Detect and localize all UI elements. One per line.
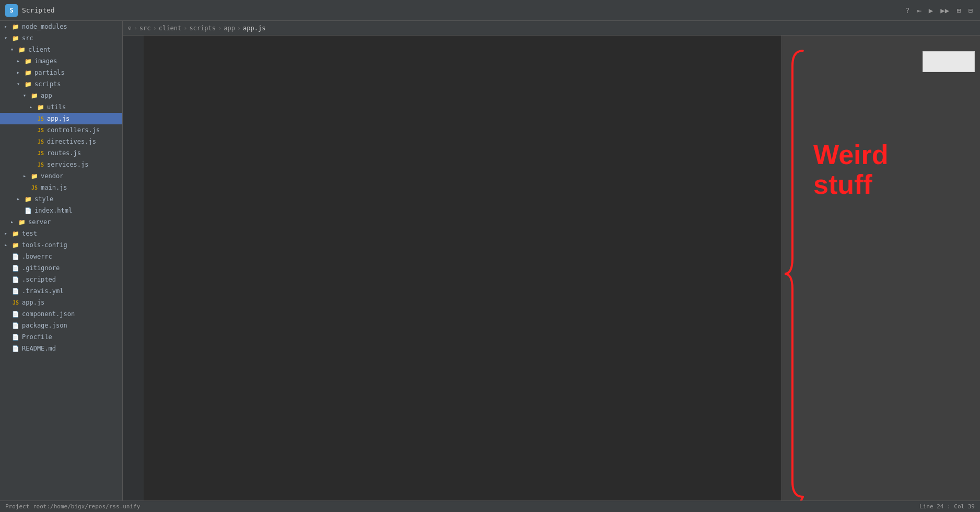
nav-back-icon[interactable]: ⇤ [915, 5, 923, 16]
run-all-icon[interactable]: ▶▶ [938, 5, 951, 16]
folder-icon [37, 103, 45, 111]
file-tree-sidebar: node_modules src client images partials [0, 21, 123, 512]
breadcrumb-scripts[interactable]: scripts [189, 25, 216, 32]
tree-item-app-js[interactable]: JS app.js [0, 113, 122, 124]
leaf-icon [29, 150, 36, 156]
tree-item-utils[interactable]: utils [0, 101, 122, 113]
file-icon [11, 264, 20, 272]
leaf-icon [4, 253, 10, 260]
folder-icon [30, 91, 39, 100]
tree-item-test[interactable]: test [0, 228, 122, 239]
annotation-note-box [923, 51, 975, 72]
tree-item-style[interactable]: style [0, 193, 122, 205]
code-content[interactable] [144, 36, 781, 512]
js-file-icon: JS [37, 114, 45, 123]
leaf-icon [4, 276, 10, 283]
file-icon [11, 344, 20, 353]
folder-icon [24, 57, 32, 65]
code-editor[interactable] [123, 36, 781, 512]
tree-item-gitignore[interactable]: .gitignore [0, 262, 122, 274]
chevron-right-icon [23, 173, 29, 179]
tree-item-procfile[interactable]: Procfile [0, 331, 122, 343]
app-icon: S [5, 4, 18, 17]
breadcrumb-client[interactable]: client [159, 25, 181, 32]
tree-item-scripts[interactable]: scripts [0, 78, 122, 90]
leaf-icon [4, 311, 10, 317]
statusbar: Project root:/home/bigx/repos/rss-unify … [0, 501, 980, 512]
chevron-down-icon [17, 81, 23, 87]
folder-icon [18, 218, 26, 226]
breadcrumb-app[interactable]: app [224, 25, 235, 32]
chevron-right-icon [4, 230, 10, 237]
chevron-right-icon [29, 104, 36, 110]
js-file-icon: JS [37, 126, 45, 134]
leaf-icon [4, 334, 10, 340]
js-file-icon: JS [37, 149, 45, 157]
breadcrumb: ⊙ › src › client › scripts › app › app.j… [123, 21, 980, 36]
breadcrumb-src[interactable]: src [139, 25, 151, 32]
annotation-panel: Weird stuff [781, 36, 980, 512]
tree-item-component-json[interactable]: component.json [0, 308, 122, 320]
layout-icon[interactable]: ⊞ [954, 5, 963, 16]
tree-item-main-js[interactable]: JS main.js [0, 182, 122, 193]
annotation-drawing [782, 36, 980, 512]
folder-icon [24, 195, 32, 203]
chevron-right-icon [10, 219, 17, 225]
tree-item-scripted-config[interactable]: .scripted [0, 274, 122, 285]
tree-item-app-folder[interactable]: app [0, 90, 122, 101]
folder-icon [18, 45, 26, 54]
titlebar: S Scripted ? ⇤ ▶ ▶▶ ⊞ ⊟ [0, 0, 980, 21]
tree-item-partials[interactable]: partials [0, 67, 122, 78]
tree-item-index-html[interactable]: index.html [0, 205, 122, 216]
leaf-icon [23, 184, 29, 191]
leaf-icon [29, 138, 36, 145]
run-icon[interactable]: ▶ [927, 5, 935, 16]
leaf-icon [29, 127, 36, 133]
leaf-icon [17, 207, 23, 214]
leaf-icon [4, 288, 10, 294]
help-icon[interactable]: ? [903, 5, 912, 16]
js-file-icon: JS [30, 183, 39, 192]
js-file-icon: JS [11, 298, 20, 307]
tree-item-server[interactable]: server [0, 216, 122, 228]
leaf-icon [4, 299, 10, 306]
file-icon [11, 287, 20, 295]
line-numbers [123, 36, 144, 512]
tree-item-src[interactable]: src [0, 32, 122, 44]
folder-icon [30, 172, 39, 180]
annotation-text: Weird stuff [813, 140, 889, 200]
chevron-down-icon [23, 92, 29, 99]
tree-item-package-json[interactable]: package.json [0, 320, 122, 331]
folder-icon [24, 80, 32, 88]
tree-item-readme-md[interactable]: README.md [0, 343, 122, 354]
file-icon [11, 310, 20, 318]
chevron-right-icon [4, 242, 10, 248]
cursor-position: Line 24 : Col 39 [919, 503, 975, 510]
project-root-path: Project root:/home/bigx/repos/rss-unify [5, 503, 140, 510]
tree-item-node-modules[interactable]: node_modules [0, 21, 122, 32]
file-icon [11, 321, 20, 330]
file-icon [11, 275, 20, 284]
tree-item-images[interactable]: images [0, 55, 122, 67]
tree-item-controllers-js[interactable]: JS controllers.js [0, 124, 122, 136]
tree-item-vendor[interactable]: vendor [0, 170, 122, 182]
file-icon [11, 252, 20, 261]
leaf-icon [4, 265, 10, 271]
leaf-icon [29, 115, 36, 122]
js-file-icon: JS [37, 137, 45, 146]
tree-item-app-js-root[interactable]: JS app.js [0, 297, 122, 308]
tree-item-travis-yml[interactable]: .travis.yml [0, 285, 122, 297]
breadcrumb-appjs[interactable]: app.js [243, 25, 265, 32]
editor-area: ⊙ › src › client › scripts › app › app.j… [123, 21, 980, 512]
leaf-icon [4, 345, 10, 352]
tree-item-routes-js[interactable]: JS routes.js [0, 147, 122, 159]
tree-item-directives-js[interactable]: JS directives.js [0, 136, 122, 147]
folder-icon [24, 68, 32, 77]
tree-item-services-js[interactable]: JS services.js [0, 159, 122, 170]
tree-item-tools-config[interactable]: tools-config [0, 239, 122, 251]
collapse-icon[interactable]: ⊟ [966, 5, 975, 16]
leaf-icon [29, 161, 36, 168]
tree-item-client[interactable]: client [0, 44, 122, 55]
tree-item-bowerrc[interactable]: .bowerrc [0, 251, 122, 262]
file-icon [11, 333, 20, 341]
